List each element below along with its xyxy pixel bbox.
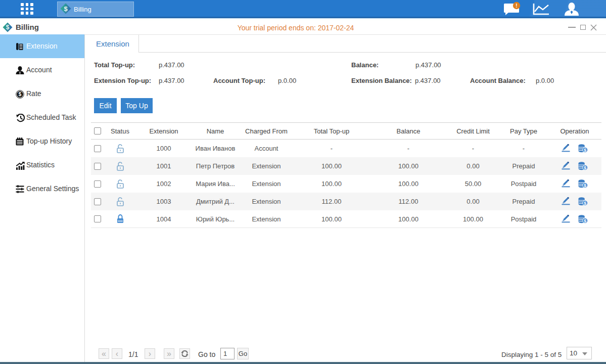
svg-text:$: $: [584, 218, 586, 223]
svg-text:$: $: [584, 165, 586, 170]
svg-text:$: $: [64, 5, 68, 13]
svg-text:$: $: [584, 201, 586, 206]
svg-text:$: $: [584, 148, 586, 153]
svg-text:$: $: [584, 183, 586, 188]
svg-text:!: !: [516, 3, 517, 9]
svg-text:$: $: [19, 91, 22, 97]
